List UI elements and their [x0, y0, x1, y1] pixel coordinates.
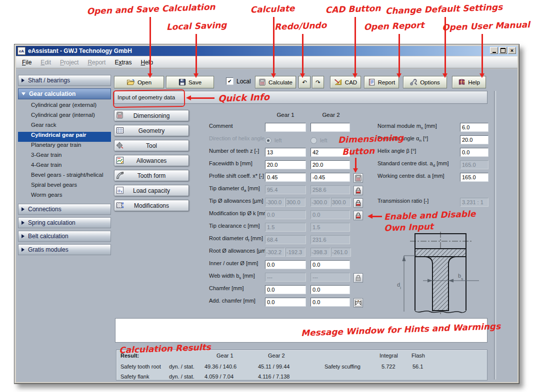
- chamfer-button[interactable]: [354, 298, 363, 308]
- minimize-button[interactable]: [490, 47, 498, 54]
- form-input: [310, 185, 350, 194]
- form-input[interactable]: [460, 123, 488, 132]
- calculate-button[interactable]: Calculate: [255, 76, 296, 88]
- sigma-icon: σx: [116, 186, 125, 195]
- sidebar-section-label: Connections: [28, 206, 62, 213]
- form-input[interactable]: [265, 160, 306, 169]
- form-row-label: Transmission ratio [-]: [378, 198, 428, 210]
- form-input[interactable]: [310, 260, 350, 269]
- form-input[interactable]: [460, 173, 488, 182]
- form-row-label: Normal module mn [mm]: [378, 123, 437, 135]
- form-input[interactable]: [265, 123, 306, 132]
- sidebar-item[interactable]: Bevel gears - straight/helical: [18, 172, 111, 182]
- local-label: Local: [236, 78, 251, 85]
- lock-unlocked-button[interactable]: [354, 273, 363, 283]
- sidebar-section-gratis-modules[interactable]: Gratis modules: [18, 244, 111, 255]
- sidebar-item[interactable]: 4-Gear train: [18, 162, 111, 172]
- close-icon: ×: [510, 48, 514, 53]
- svg-text:?: ?: [460, 80, 462, 84]
- menu-item-help[interactable]: Help: [136, 58, 158, 67]
- menu-item-file[interactable]: File: [18, 58, 36, 67]
- calculate-label: Calculate: [268, 79, 292, 85]
- form-input[interactable]: [265, 298, 306, 307]
- maximize-button[interactable]: [499, 47, 507, 54]
- module-button-modifications[interactable]: Modifications: [114, 200, 189, 211]
- form-input[interactable]: [310, 298, 350, 307]
- gear-cross-section-drawing: di bs: [394, 231, 487, 317]
- form-row-label: Facewidth b [mm]: [209, 160, 252, 173]
- save-button[interactable]: Save: [166, 76, 214, 88]
- sidebar-section-spring-calculation[interactable]: Spring calculation: [18, 217, 111, 228]
- navigation-sidebar: Shaft / bearingsGear calculationCylindri…: [18, 75, 111, 258]
- redo-button[interactable]: ↷: [312, 76, 324, 88]
- sidebar-item[interactable]: 3-Gear train: [18, 152, 111, 162]
- sidebar-item[interactable]: Spiral bevel gears: [18, 182, 111, 192]
- form-row-label: Comment: [209, 123, 233, 135]
- menu-item-extras[interactable]: Extras: [110, 58, 136, 67]
- sidebar-section-gear-calculation[interactable]: Gear calculation: [18, 88, 111, 99]
- sidebar-section-label: Gratis modules: [28, 246, 68, 253]
- sidebar-section-connections[interactable]: Connections: [18, 204, 111, 215]
- lock-locked-button[interactable]: [354, 211, 363, 220]
- local-checkbox[interactable]: ✔: [226, 77, 234, 85]
- close-button[interactable]: ×: [508, 47, 516, 54]
- module-button-tooth-form[interactable]: Tooth form: [114, 170, 189, 181]
- lock-gray-icon: [354, 274, 362, 282]
- result-mode: dyn. / stat.: [169, 364, 194, 370]
- form-input[interactable]: [265, 260, 306, 269]
- tooth-icon: [116, 171, 125, 180]
- module-button-load-capacity[interactable]: σxLoad capacity: [114, 185, 189, 196]
- options-button[interactable]: Options: [403, 76, 447, 88]
- help-book-icon: ??: [458, 78, 466, 86]
- result-gear1: 4.059 / 7.04: [204, 374, 234, 380]
- quick-info-bar: Input of geometry data: [114, 91, 488, 104]
- form-input: [265, 223, 306, 232]
- app-window: eA eAssistant - GWJ Technology GmbH × Fi…: [14, 44, 520, 384]
- calculator-icon: [116, 111, 124, 119]
- form-input[interactable]: [460, 135, 488, 144]
- result-mode: dyn. / stat.: [169, 374, 194, 380]
- form-input[interactable]: [310, 160, 350, 169]
- lock-locked-button[interactable]: [354, 186, 363, 195]
- form-row-label: Working centre dist. a [mm]: [378, 173, 444, 185]
- sidebar-item[interactable]: Gear rack: [18, 122, 111, 132]
- sidebar-item[interactable]: Worm gears: [18, 192, 111, 202]
- module-button-tool[interactable]: Tool: [114, 140, 189, 151]
- sidebar-item[interactable]: Planetary gear train: [18, 142, 111, 152]
- annotation-open-save: Open and Save Calculation: [86, 2, 216, 16]
- sidebar-item[interactable]: Cylindrical gear pair: [18, 132, 111, 142]
- title-bar[interactable]: eA eAssistant - GWJ Technology GmbH ×: [16, 46, 518, 56]
- dimensioning-calculator-button[interactable]: [354, 173, 363, 183]
- undo-icon: ↶: [302, 79, 307, 86]
- cad-label: CAD: [345, 79, 357, 85]
- open-button[interactable]: Open: [114, 76, 164, 88]
- lock-locked-button[interactable]: [354, 198, 363, 208]
- form-input[interactable]: [460, 148, 488, 157]
- module-button-allowances[interactable]: Allowances: [114, 155, 189, 166]
- form-input[interactable]: [265, 285, 306, 294]
- cad-button[interactable]: CAD: [330, 76, 361, 88]
- form-input[interactable]: [310, 148, 350, 157]
- module-button-dimensioning[interactable]: Dimensioning: [114, 110, 189, 121]
- undo-button[interactable]: ↶: [298, 76, 310, 88]
- report-button[interactable]: Report: [364, 76, 399, 88]
- redo-icon: ↷: [316, 79, 320, 86]
- sidebar-section-shaft-bearings[interactable]: Shaft / bearings: [18, 75, 111, 86]
- annotation-open-report: Open Report: [364, 20, 424, 32]
- sidebar-section-belt-calculation[interactable]: Belt calculation: [18, 231, 111, 242]
- help-button[interactable]: ?? Help: [452, 76, 486, 88]
- form-input[interactable]: [265, 173, 306, 182]
- form-input[interactable]: [310, 173, 350, 182]
- annotation-local-saving: Local Saving: [166, 20, 226, 32]
- form-input[interactable]: [310, 123, 350, 132]
- module-button-label: Dimensioning: [134, 112, 170, 119]
- form-input[interactable]: [310, 285, 350, 294]
- results-col-gear2: Gear 2: [268, 353, 285, 359]
- module-button-geometry[interactable]: Geometry: [114, 125, 189, 136]
- open-folder-icon: [126, 78, 135, 86]
- sidebar-item[interactable]: Cylindrical gear (internal): [18, 112, 111, 122]
- sidebar-item[interactable]: Cylindrical gear (external): [18, 102, 111, 112]
- help-label: Help: [468, 79, 480, 85]
- result-extra: Safety scuffing: [324, 364, 360, 370]
- form-input[interactable]: [265, 148, 306, 157]
